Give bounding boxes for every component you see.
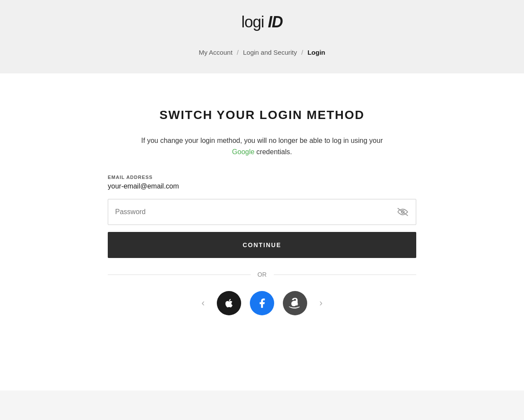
apple-login-button[interactable] <box>217 291 241 315</box>
facebook-login-button[interactable] <box>250 291 274 315</box>
amazon-login-button[interactable] <box>283 291 307 315</box>
google-credential-text: Google <box>232 148 255 155</box>
apple-icon <box>223 298 235 309</box>
email-value: your-email@email.com <box>108 182 416 190</box>
main-content: SWITCH YOUR LOGIN METHOD If you change y… <box>0 73 524 390</box>
breadcrumb-login-security[interactable]: Login and Security <box>243 49 297 56</box>
chevron-right-icon: › <box>319 298 322 309</box>
or-line-right <box>274 274 417 275</box>
breadcrumb-separator-2: / <box>301 49 303 56</box>
form-container: EMAIL ADDRESS your-email@email.com CONTI… <box>108 175 416 315</box>
logo-logi: logi <box>241 13 264 31</box>
page-title: SWITCH YOUR LOGIN METHOD <box>159 108 365 122</box>
breadcrumb-my-account[interactable]: My Account <box>199 49 233 56</box>
description: If you change your login method, you wil… <box>141 135 383 157</box>
social-next-button[interactable]: › <box>316 294 326 312</box>
or-line-left <box>108 274 251 275</box>
breadcrumb-separator-1: / <box>237 49 239 56</box>
continue-button[interactable]: CONTINUE <box>108 232 416 258</box>
password-input[interactable] <box>108 199 416 225</box>
breadcrumb: My Account / Login and Security / Login <box>199 49 325 56</box>
eye-slash-icon <box>397 207 408 217</box>
or-text: OR <box>258 271 267 278</box>
description-text-1: If you change your login method, you wil… <box>141 137 383 144</box>
header: logi ID My Account / Login and Security … <box>0 0 524 73</box>
logo: logi ID <box>241 13 282 31</box>
password-field-wrapper <box>108 199 416 225</box>
or-divider: OR <box>108 271 416 278</box>
email-label: EMAIL ADDRESS <box>108 175 416 180</box>
social-login-row: ‹ › <box>108 291 416 315</box>
chevron-left-icon: ‹ <box>202 298 205 309</box>
amazon-icon <box>289 297 301 309</box>
facebook-icon <box>256 298 268 309</box>
social-prev-button[interactable]: ‹ <box>198 294 208 312</box>
logo-id: ID <box>268 13 283 31</box>
password-toggle-button[interactable] <box>395 205 410 218</box>
breadcrumb-current: Login <box>308 49 325 56</box>
description-text-2: credentials. <box>256 148 292 155</box>
